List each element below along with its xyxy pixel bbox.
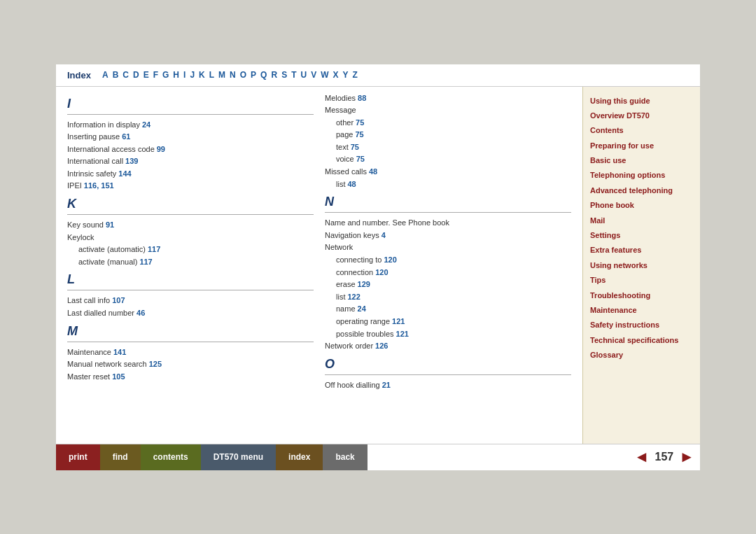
page-ref[interactable]: 121 (392, 316, 405, 328)
print-button[interactable]: print (56, 444, 100, 470)
letter-S[interactable]: S (281, 70, 287, 80)
page-ref[interactable]: 139 (125, 155, 138, 168)
page-ref[interactable]: 24 (358, 303, 366, 316)
page-ref[interactable]: 141 (113, 346, 126, 359)
letter-D[interactable]: D (133, 70, 139, 80)
index-entry: International call139 (67, 155, 314, 168)
page-ref[interactable]: 88 (358, 92, 366, 105)
index-entry: Network order126 (325, 340, 571, 353)
index-entry: Messageother75page75text75voice75 (325, 104, 571, 166)
letter-A[interactable]: A (102, 70, 108, 80)
letter-R[interactable]: R (271, 70, 277, 80)
page-ref[interactable]: 46 (136, 307, 145, 320)
page-ref[interactable]: 125 (149, 358, 162, 371)
back-button[interactable]: back (323, 444, 367, 470)
letter-E[interactable]: E (144, 70, 149, 80)
page-ref[interactable]: 120 (375, 267, 388, 279)
page-ref[interactable]: 91 (106, 219, 114, 232)
nav-area: ◄ 157 ► (368, 448, 700, 466)
index-entry: Master reset105 (67, 371, 314, 384)
letter-H[interactable]: H (173, 70, 179, 80)
next-arrow[interactable]: ► (679, 448, 694, 466)
sidebar-item-technical-specifications[interactable]: Technical specifications (589, 333, 694, 348)
letter-J[interactable]: J (190, 70, 195, 80)
page-ref[interactable]: 75 (355, 129, 363, 141)
index-entry: Keylockactivate (automatic)117activate (… (67, 232, 314, 269)
page-ref[interactable]: 4 (382, 230, 386, 242)
sidebar-item-safety-instructions[interactable]: Safety instructions (589, 318, 694, 332)
index-entry: Navigation keys4 (325, 230, 571, 242)
letter-K[interactable]: K (199, 70, 205, 80)
page-number: 157 (655, 451, 674, 463)
letter-T[interactable]: T (291, 70, 296, 80)
letter-L[interactable]: L (209, 70, 214, 80)
sidebar-item-glossary[interactable]: Glossary (589, 348, 694, 363)
prev-arrow[interactable]: ◄ (634, 448, 650, 466)
sidebar-item-settings[interactable]: Settings (589, 228, 694, 243)
letters-row: ABCDEFGHIJKLMNOPQRSTUVWXYZ (102, 70, 358, 80)
index-label: Index (67, 70, 91, 80)
sidebar-item-troubleshooting[interactable]: Troubleshooting (589, 288, 694, 303)
find-button[interactable]: find (100, 444, 141, 470)
page-ref[interactable]: 116, 151 (84, 180, 114, 192)
sidebar-item-overview-dt570[interactable]: Overview DT570 (589, 108, 694, 123)
letter-V[interactable]: V (311, 70, 316, 80)
sidebar-item-telephoning-options[interactable]: Telephoning options (589, 168, 694, 183)
page-ref[interactable]: 75 (351, 141, 359, 154)
page-ref[interactable]: 122 (347, 291, 360, 304)
letter-I[interactable]: I (183, 70, 186, 80)
section-letter: I (67, 97, 314, 111)
sidebar-item-basic-use[interactable]: Basic use (589, 153, 694, 168)
sidebar-item-preparing-for-use[interactable]: Preparing for use (589, 139, 694, 153)
letter-F[interactable]: F (153, 70, 158, 80)
page-ref[interactable]: 105 (112, 371, 125, 384)
page-ref[interactable]: 107 (112, 295, 125, 307)
letter-W[interactable]: W (321, 70, 328, 80)
page-ref[interactable]: 75 (356, 117, 364, 129)
letter-O[interactable]: O (240, 70, 246, 80)
page-ref[interactable]: 129 (358, 279, 370, 291)
letter-Z[interactable]: Z (353, 70, 358, 80)
letter-G[interactable]: G (162, 70, 169, 80)
letter-Y[interactable]: Y (343, 70, 349, 80)
page-ref[interactable]: 24 (142, 119, 150, 132)
index-col-left: IInformation in display24Inserting pause… (67, 92, 314, 438)
sidebar-item-using-this-guide[interactable]: Using this guide (589, 94, 694, 108)
page-ref[interactable]: 120 (384, 254, 396, 267)
index-entry: Off hook dialling21 (325, 379, 571, 392)
sidebar-item-tips[interactable]: Tips (589, 273, 694, 288)
page-ref[interactable]: 117 (148, 244, 160, 256)
letter-X[interactable]: X (333, 70, 339, 80)
sidebar-item-contents[interactable]: Contents (589, 123, 694, 138)
page-ref[interactable]: 144 (118, 168, 131, 181)
letter-N[interactable]: N (230, 70, 236, 80)
index-entry: Manual network search125 (67, 358, 314, 371)
letter-P[interactable]: P (251, 70, 256, 80)
page-ref[interactable]: 117 (139, 256, 152, 269)
menu-button[interactable]: DT570 menu (201, 444, 276, 470)
page-ref[interactable]: 99 (157, 143, 165, 156)
main-content: IInformation in display24Inserting pause… (56, 87, 700, 444)
index-entry: IPEI116, 151 (67, 180, 314, 192)
page-ref[interactable]: 48 (347, 178, 356, 191)
letter-U[interactable]: U (300, 70, 307, 80)
page-ref[interactable]: 21 (382, 379, 391, 392)
page-ref[interactable]: 75 (356, 153, 365, 166)
sidebar-item-maintenance[interactable]: Maintenance (589, 303, 694, 318)
sidebar-item-using-networks[interactable]: Using networks (589, 258, 694, 273)
letter-M[interactable]: M (218, 70, 225, 80)
index-entry: Networkconnecting to120connection120eras… (325, 241, 571, 340)
sidebar-item-extra-features[interactable]: Extra features (589, 243, 694, 258)
page-ref[interactable]: 126 (375, 340, 388, 353)
letter-Q[interactable]: Q (260, 70, 267, 80)
page-ref[interactable]: 121 (396, 328, 409, 341)
page-ref[interactable]: 48 (369, 166, 377, 178)
sidebar-item-phone-book[interactable]: Phone book (589, 198, 694, 213)
contents-button[interactable]: contents (141, 444, 201, 470)
sidebar-item-advanced-telephoning[interactable]: Advanced telephoning (589, 183, 694, 198)
page-ref[interactable]: 61 (122, 131, 130, 143)
sidebar-item-mail[interactable]: Mail (589, 213, 694, 228)
letter-B[interactable]: B (113, 70, 119, 80)
index-button[interactable]: index (276, 444, 323, 470)
letter-C[interactable]: C (122, 70, 129, 80)
